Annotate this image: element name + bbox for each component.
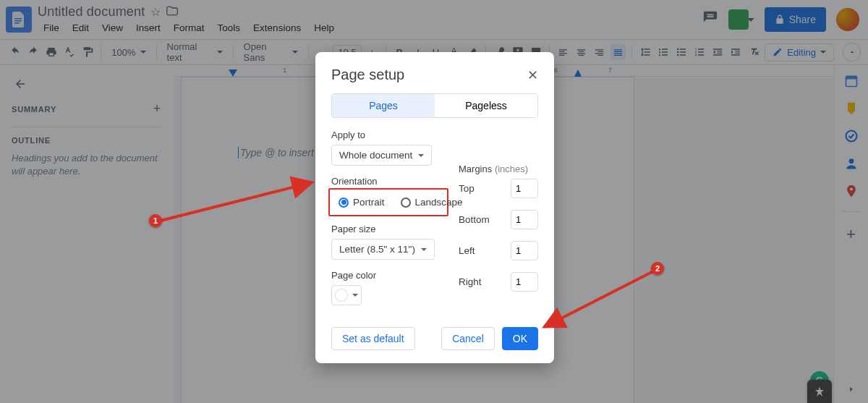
margin-bottom-input[interactable] (511, 210, 538, 229)
font-family-dropdown[interactable]: Open Sans (239, 43, 303, 61)
insert-placeholder: Type @ to insert (238, 147, 314, 158)
tab-pages[interactable]: Pages (332, 94, 435, 117)
font-family-value: Open Sans (244, 41, 289, 63)
close-button[interactable]: ✕ (527, 67, 538, 83)
chevron-down-icon (418, 154, 424, 157)
zoom-value: 100% (111, 47, 135, 58)
increase-indent-icon[interactable] (728, 44, 744, 60)
numbered-list-icon[interactable] (692, 44, 707, 60)
add-summary-button[interactable]: + (153, 101, 161, 116)
ok-button[interactable]: OK (502, 327, 538, 350)
contacts-icon[interactable] (844, 156, 859, 171)
orientation-group: Portrait Landscape (328, 188, 448, 216)
clear-formatting-icon[interactable] (746, 44, 762, 60)
chevron-up-icon (848, 48, 856, 56)
page-color-picker[interactable] (331, 285, 362, 305)
color-chip (335, 289, 348, 302)
page-setup-dialog: Page setup ✕ Pages Pageless Apply to Who… (315, 52, 554, 363)
ruler-tick: 7 (608, 67, 612, 74)
outline-collapse-button[interactable] (12, 75, 29, 93)
svg-rect-2 (14, 22, 20, 24)
right-indent-handle[interactable] (574, 69, 582, 77)
apply-to-value: Whole document (339, 150, 412, 161)
align-justify-icon[interactable] (610, 44, 626, 60)
menu-extensions[interactable]: Extensions (247, 21, 307, 35)
chevron-down-icon (217, 51, 223, 54)
hide-menus-button[interactable] (843, 43, 861, 61)
mode-dropdown[interactable]: Editing (765, 43, 834, 61)
zoom-dropdown[interactable]: 100% (107, 43, 150, 61)
orientation-landscape-radio[interactable]: Landscape (401, 197, 463, 208)
ruler-tick: 1 (283, 67, 286, 74)
paper-size-value: Letter (8.5" x 11") (339, 244, 415, 255)
redo-icon[interactable] (25, 44, 41, 60)
menu-view[interactable]: View (96, 21, 129, 35)
paragraph-style-value: Normal text (167, 41, 213, 63)
paper-size-dropdown[interactable]: Letter (8.5" x 11") (331, 239, 435, 260)
menu-bar: FileEditViewInsertFormatToolsExtensionsH… (38, 21, 340, 35)
menu-tools[interactable]: Tools (212, 21, 247, 35)
tasks-icon[interactable] (844, 129, 859, 143)
chevron-down-icon (292, 51, 298, 54)
get-addons-button[interactable]: + (846, 225, 856, 244)
align-left-icon[interactable] (556, 44, 571, 60)
checklist-icon[interactable] (656, 44, 671, 60)
indent-handle[interactable] (229, 69, 237, 77)
apply-to-label: Apply to (331, 130, 538, 140)
svg-point-3 (677, 48, 679, 51)
dialog-title: Page setup (331, 67, 404, 83)
outline-heading: OUTLINE (12, 136, 161, 145)
bulleted-list-icon[interactable] (674, 44, 689, 60)
hide-side-panel-button[interactable] (846, 384, 856, 397)
explore-button[interactable] (807, 380, 832, 403)
share-button[interactable]: Share (765, 7, 826, 32)
mode-label: Editing (787, 47, 816, 58)
paragraph-style-dropdown[interactable]: Normal text (163, 43, 227, 61)
margin-right-label: Right (459, 276, 482, 287)
menu-edit[interactable]: Edit (67, 21, 95, 35)
set-as-default-button[interactable]: Set as default (331, 327, 415, 350)
star-icon[interactable]: ☆ (150, 5, 161, 19)
paint-format-icon[interactable] (80, 44, 95, 60)
print-icon[interactable] (43, 44, 59, 60)
align-right-icon[interactable] (592, 44, 607, 60)
align-center-icon[interactable] (574, 44, 589, 60)
orientation-portrait-radio[interactable]: Portrait (339, 197, 385, 208)
svg-point-4 (677, 51, 679, 54)
apply-to-dropdown[interactable]: Whole document (331, 145, 432, 166)
pencil-icon (773, 47, 783, 57)
meet-button[interactable] (728, 9, 754, 30)
svg-point-9 (848, 158, 854, 164)
document-title[interactable]: Untitled document (38, 4, 145, 20)
margin-top-label: Top (459, 183, 475, 194)
menu-format[interactable]: Format (168, 21, 210, 35)
menu-file[interactable]: File (38, 21, 65, 35)
margin-right-input[interactable] (511, 272, 538, 292)
margin-left-input[interactable] (511, 241, 538, 260)
menu-insert[interactable]: Insert (130, 21, 166, 35)
meet-icon (728, 9, 749, 30)
summary-heading: SUMMARY (12, 105, 56, 114)
divider (843, 211, 860, 212)
menu-help[interactable]: Help (308, 21, 340, 35)
maps-icon[interactable] (844, 184, 859, 198)
svg-point-10 (849, 187, 852, 190)
comment-history-icon[interactable] (702, 10, 718, 29)
line-spacing-icon[interactable] (638, 44, 653, 60)
account-avatar[interactable] (836, 8, 859, 31)
side-panel: + (833, 65, 868, 403)
margin-left-label: Left (459, 245, 475, 256)
svg-point-5 (677, 54, 679, 56)
cancel-button[interactable]: Cancel (441, 327, 495, 350)
tab-pageless[interactable]: Pageless (435, 94, 537, 117)
docs-logo[interactable] (6, 7, 32, 33)
undo-icon[interactable] (7, 44, 22, 60)
spellcheck-icon[interactable] (61, 44, 77, 60)
decrease-indent-icon[interactable] (710, 44, 726, 60)
move-icon[interactable] (166, 6, 178, 19)
outline-empty-text: Headings you add to the document will ap… (12, 152, 161, 178)
chevron-down-icon (352, 294, 358, 297)
keep-icon[interactable] (844, 101, 859, 116)
margin-top-input[interactable] (511, 179, 538, 198)
calendar-icon[interactable] (844, 74, 859, 88)
